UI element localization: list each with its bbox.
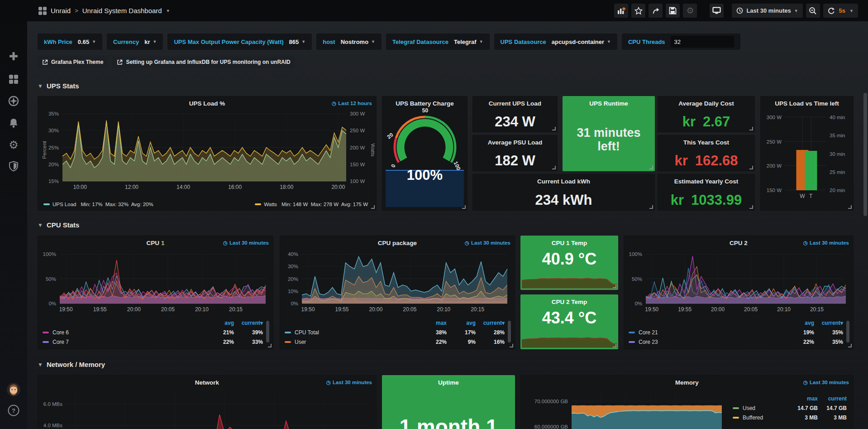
help-button[interactable]: ? (0, 405, 27, 416)
legend-series-name[interactable]: Core 7 (43, 339, 205, 345)
panel-title[interactable]: Current UPS Load (489, 100, 541, 107)
legend-scrollbar[interactable] (508, 321, 511, 342)
zoom-out-button[interactable] (806, 4, 820, 18)
panel-title[interactable]: Network (195, 379, 219, 386)
panel-title[interactable]: Estimated Yearly Cost (674, 178, 739, 185)
legend-value: 3 MB (789, 415, 818, 421)
panel-title[interactable]: This Years Cost (683, 139, 729, 146)
legend-scrollbar[interactable] (846, 321, 849, 342)
share-button[interactable] (649, 4, 663, 18)
ups-load-chart[interactable]: 15%20%25%30%35%100 W150 W200 W250 W300 W… (62, 114, 346, 181)
cpu-package-chart[interactable]: 0%10%20%30%40%19:5019:5520:0020:0520:102… (302, 254, 507, 304)
avatar-icon (6, 382, 21, 397)
breadcrumb-separator: > (75, 7, 78, 14)
variable-ups-max-output: UPS Max Output Power Capacity (Watt) 865… (167, 34, 312, 50)
user-avatar[interactable] (0, 382, 27, 397)
legend-column-header[interactable]: current▾ (234, 320, 263, 326)
legend-column-header[interactable]: current▾ (476, 320, 505, 326)
variable-value-dropdown[interactable]: kr▼ (144, 39, 157, 45)
legend-item[interactable]: WattsMin: 148 W Max: 278 W Avg: 175 W (255, 202, 368, 207)
link-grafana-plex-theme[interactable]: Grafana Plex Theme (38, 56, 108, 68)
time-range-picker[interactable]: Last 30 minutes ▼ (732, 4, 802, 18)
legend-swatch (285, 341, 291, 343)
variable-ups-datasource: UPS Datasource apcupsd-container▼ (494, 34, 617, 50)
panel-title[interactable]: Uptime (438, 379, 459, 386)
legend-series-name[interactable]: Core 21 (629, 329, 785, 336)
legend-swatch (629, 332, 635, 333)
network-chart[interactable]: 2.0 MBs4.0 MBs6.0 MBs19:5019:5520:0020:0… (66, 394, 368, 429)
legend-series-name[interactable]: Core 23 (629, 339, 785, 345)
cycle-view-mode-button[interactable] (710, 4, 724, 18)
dashboard-settings-button[interactable]: ⚙ (683, 4, 697, 18)
legend-column-header[interactable]: avg (447, 320, 476, 326)
panel-uptime: Uptime 1 month 1 (382, 375, 515, 429)
sidebar-item-create[interactable] (0, 51, 27, 61)
chevron-down-icon[interactable]: ▼ (166, 9, 170, 13)
cpu1-chart[interactable]: 0%50%100%19:5019:5520:0020:0520:1020:15 (60, 254, 266, 304)
panel-title[interactable]: Current Load kWh (537, 178, 590, 185)
cpu2-chart[interactable]: 0%50%100%19:5019:5520:0020:0520:1020:15 (646, 254, 846, 304)
panel-title[interactable]: UPS Runtime (589, 100, 628, 107)
panel-title[interactable]: Average Daily Cost (678, 100, 734, 107)
section-network-memory[interactable]: ▼Network / Memory (38, 361, 105, 368)
legend-column-header[interactable]: avg (205, 320, 234, 326)
variable-value-dropdown[interactable]: Telegraf▼ (454, 39, 483, 45)
variable-label: kWh Price (44, 39, 72, 45)
bar-T[interactable] (805, 151, 817, 190)
panel-title[interactable]: UPS Load vs Time left (775, 100, 839, 107)
section-ups-stats[interactable]: ▼UPS Stats (38, 82, 79, 90)
breadcrumb-current[interactable]: Unraid System Dashboard (82, 7, 162, 14)
sidebar-item-configuration[interactable]: ⚙ (0, 140, 27, 150)
panel-title[interactable]: CPU 1 (147, 240, 165, 246)
sidebar-item-explore[interactable] (0, 96, 27, 106)
sidebar-item-server-admin[interactable] (0, 161, 27, 172)
gridline (785, 117, 826, 117)
panel-title[interactable]: CPU 2 Temp (552, 299, 587, 305)
panel-title[interactable]: Memory (675, 379, 699, 386)
breadcrumb[interactable]: Unraid > Unraid System Dashboard ▼ (38, 0, 170, 21)
external-link-icon (42, 59, 48, 65)
y-tick-right: 30 min (830, 151, 845, 157)
legend-series-name[interactable]: Core 6 (43, 329, 205, 336)
star-button[interactable] (631, 4, 645, 18)
legend-series-name[interactable]: CPU Total (285, 329, 418, 336)
memory-chart[interactable]: 50.000000 GB60.000000 GB70.000000 GB19:5… (572, 394, 722, 429)
legend-series-name[interactable]: Buffered (733, 415, 789, 421)
legend-series-name[interactable]: Used (733, 405, 789, 411)
legend: avgcurrent▾Core 621%39%Core 722%33% (43, 318, 263, 347)
legend-item[interactable]: UPS LoadMin: 17% Max: 32% Avg: 20% (43, 202, 153, 207)
variable-value-dropdown[interactable]: Nostromo▼ (341, 39, 375, 45)
variable-value-dropdown[interactable]: 0.65▼ (78, 39, 96, 45)
page-scrollbar[interactable] (863, 93, 867, 216)
section-cpu-stats[interactable]: ▼CPU Stats (38, 221, 79, 229)
legend-column-header[interactable]: max (789, 395, 818, 402)
ups-bar-chart[interactable]: WT150 W200 W250 W300 W20 min25 min30 min… (785, 117, 826, 190)
legend-series-label: Core 6 (52, 329, 69, 336)
save-button[interactable] (666, 4, 680, 18)
panel-title[interactable]: CPU 1 Temp (552, 240, 587, 246)
panel-title[interactable]: CPU package (378, 240, 417, 246)
x-tick: 20:00 (331, 184, 345, 190)
legend-column-header[interactable]: current▾ (814, 320, 843, 326)
legend-column-header[interactable]: current (818, 395, 847, 402)
sidebar-item-alerting[interactable] (0, 118, 27, 129)
variable-value-dropdown[interactable]: apcupsd-container▼ (552, 39, 611, 45)
refresh-picker[interactable]: 5s ▼ (823, 4, 858, 18)
breadcrumb-root[interactable]: Unraid (51, 7, 71, 14)
panel-title[interactable]: UPS Battery Charge (396, 100, 453, 107)
add-panel-button[interactable] (614, 4, 628, 18)
variable-value-dropdown[interactable]: 865▼ (289, 39, 306, 45)
legend-series-name[interactable]: User (285, 339, 418, 345)
panel-title[interactable]: CPU 2 (730, 240, 748, 246)
legend-column-header[interactable]: avg (785, 320, 814, 326)
cpu-threads-input[interactable]: 32 (671, 36, 734, 48)
link-ups-monitoring-guide[interactable]: Setting up Grafana and InfluxDB for UPS … (112, 56, 295, 68)
panel-title[interactable]: Average PSU Load (488, 139, 542, 146)
chevron-down-icon: ▼ (849, 9, 854, 13)
panel-title[interactable]: UPS Load % (189, 100, 225, 107)
legend-column-header[interactable]: max (418, 320, 447, 326)
panel-cpu1-temp: CPU 1 Temp 40.9 °C (520, 236, 618, 290)
sidebar-item-dashboards[interactable] (0, 74, 27, 85)
x-tick: 18:00 (280, 184, 293, 190)
legend-scrollbar[interactable] (266, 321, 269, 342)
